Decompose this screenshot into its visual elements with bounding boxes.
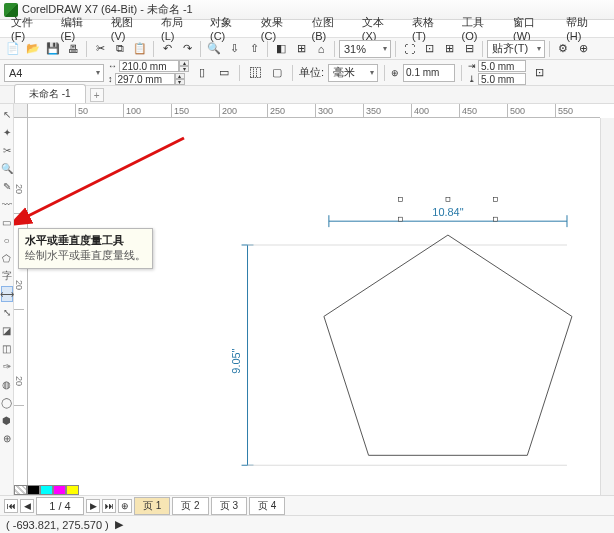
zoom-tool-icon[interactable]: 🔍 xyxy=(1,160,13,176)
connector-tool-icon[interactable]: ⤡ xyxy=(1,304,13,320)
menu-file[interactable]: 文件(F) xyxy=(4,15,54,42)
spinner-down-icon[interactable]: ▾ xyxy=(179,66,189,72)
svg-rect-3 xyxy=(398,197,402,201)
page-tab-1[interactable]: 页 1 xyxy=(134,497,170,515)
pentagon-shape xyxy=(324,235,572,455)
redo-icon[interactable]: ↷ xyxy=(178,40,196,58)
smart-fill-icon[interactable]: ⬢ xyxy=(1,412,13,428)
menu-bitmaps[interactable]: 位图(B) xyxy=(305,15,355,42)
tooltip-description: 绘制水平或垂直度量线。 xyxy=(25,248,146,263)
paper-size-dropdown[interactable]: A4 xyxy=(4,64,104,82)
page-width-input[interactable]: 210.0 mm xyxy=(119,60,179,72)
add-page-button[interactable]: ⊕ xyxy=(118,499,132,513)
rectangle-tool-icon[interactable]: ▭ xyxy=(1,214,13,230)
outline-tool-icon[interactable]: ◯ xyxy=(1,394,13,410)
menu-text[interactable]: 文本(X) xyxy=(355,15,405,42)
artistic-media-icon[interactable]: 〰 xyxy=(1,196,13,212)
crop-tool-icon[interactable]: ✂ xyxy=(1,142,13,158)
units-label: 单位: xyxy=(299,65,324,80)
copy-icon[interactable]: ⧉ xyxy=(111,40,129,58)
svg-rect-7 xyxy=(494,217,498,221)
treat-as-filled-icon[interactable]: ⊡ xyxy=(530,64,548,82)
dim-h-text: 10.84" xyxy=(432,206,463,218)
no-color-swatch[interactable] xyxy=(14,485,27,495)
menu-effects[interactable]: 效果(C) xyxy=(254,15,305,42)
open-icon[interactable]: 📂 xyxy=(24,40,42,58)
prev-page-button[interactable]: ◀ xyxy=(20,499,34,513)
help-icon[interactable]: ⊕ xyxy=(574,40,592,58)
transparency-icon[interactable]: ◫ xyxy=(1,340,13,356)
current-page-icon[interactable]: ▢ xyxy=(268,64,286,82)
color-swatch[interactable] xyxy=(66,485,79,495)
page-counter[interactable]: 1 / 4 xyxy=(36,497,84,515)
app-launcher-icon[interactable]: ⊞ xyxy=(292,40,310,58)
page-tab-2[interactable]: 页 2 xyxy=(172,497,208,515)
portrait-icon[interactable]: ▯ xyxy=(193,64,211,82)
first-page-button[interactable]: ⏮ xyxy=(4,499,18,513)
polygon-tool-icon[interactable]: ⬠ xyxy=(1,250,13,266)
quick-customize-icon[interactable]: ⊕ xyxy=(1,430,13,446)
fullscreen-icon[interactable]: ⛶ xyxy=(400,40,418,58)
menu-object[interactable]: 对象(C) xyxy=(203,15,254,42)
menu-help[interactable]: 帮助(H) xyxy=(559,15,610,42)
eyedropper-icon[interactable]: ✑ xyxy=(1,358,13,374)
dup-x-input[interactable]: 5.0 mm xyxy=(478,60,526,72)
paste-icon[interactable]: 📋 xyxy=(131,40,149,58)
import-icon[interactable]: ⇩ xyxy=(225,40,243,58)
search-icon[interactable]: 🔍 xyxy=(205,40,223,58)
menu-edit[interactable]: 编辑(E) xyxy=(54,15,104,42)
cut-icon[interactable]: ✂ xyxy=(91,40,109,58)
next-page-button[interactable]: ▶ xyxy=(86,499,100,513)
nudge-icon: ⊕ xyxy=(391,68,399,78)
print-icon[interactable]: 🖶 xyxy=(64,40,82,58)
menu-window[interactable]: 窗口(W) xyxy=(506,15,559,42)
guides-icon[interactable]: ⊟ xyxy=(460,40,478,58)
fill-tool-icon[interactable]: ◍ xyxy=(1,376,13,392)
spinner-down-icon[interactable]: ▾ xyxy=(175,79,185,85)
page-height-input[interactable]: 297.0 mm xyxy=(115,73,175,85)
pick-tool-icon[interactable]: ↖ xyxy=(1,106,13,122)
add-doc-tab[interactable]: + xyxy=(90,88,104,102)
grid-icon[interactable]: ⊞ xyxy=(440,40,458,58)
snap-to-dropdown[interactable]: 贴齐(T) xyxy=(487,40,545,58)
last-page-button[interactable]: ⏭ xyxy=(102,499,116,513)
menu-layout[interactable]: 布局(L) xyxy=(154,15,203,42)
toolbox: ↖ ✦ ✂ 🔍 ✎ 〰 ▭ ○ ⬠ 字 ⟷ ⤡ ◪ ◫ ✑ ◍ ◯ ⬢ ⊕ xyxy=(0,104,14,495)
ruler-origin[interactable] xyxy=(14,104,28,118)
drawing-canvas[interactable]: 10.84" 9.05" xyxy=(28,118,600,495)
vertical-scrollbar[interactable] xyxy=(600,118,614,495)
welcome-icon[interactable]: ⌂ xyxy=(312,40,330,58)
freehand-tool-icon[interactable]: ✎ xyxy=(1,178,13,194)
rulers-icon[interactable]: ⊡ xyxy=(420,40,438,58)
doc-tab-active[interactable]: 未命名 -1 xyxy=(14,84,86,103)
save-icon[interactable]: 💾 xyxy=(44,40,62,58)
color-swatch[interactable] xyxy=(40,485,53,495)
new-icon[interactable]: 📄 xyxy=(4,40,22,58)
text-tool-icon[interactable]: 字 xyxy=(1,268,13,284)
zoom-level-input[interactable]: 31% xyxy=(339,40,391,58)
export-icon[interactable]: ⇧ xyxy=(245,40,263,58)
height-icon: ↕ xyxy=(108,74,113,84)
dimension-tool-icon[interactable]: ⟷ xyxy=(1,286,13,302)
shape-tool-icon[interactable]: ✦ xyxy=(1,124,13,140)
menu-view[interactable]: 视图(V) xyxy=(104,15,154,42)
vertical-ruler[interactable]: 20 20 20 xyxy=(14,118,28,495)
units-dropdown[interactable]: 毫米 xyxy=(328,64,378,82)
nudge-distance-input[interactable]: 0.1 mm xyxy=(403,64,455,82)
property-bar: A4 ↔210.0 mm▴▾ ↕297.0 mm▴▾ ▯ ▭ ⿲ ▢ 单位: 毫… xyxy=(0,60,614,86)
menu-tools[interactable]: 工具(O) xyxy=(455,15,506,42)
dup-y-input[interactable]: 5.0 mm xyxy=(478,73,526,85)
horizontal-ruler[interactable]: 50 100150 200250 300350 400450 500550 xyxy=(28,104,600,118)
undo-icon[interactable]: ↶ xyxy=(158,40,176,58)
page-tab-3[interactable]: 页 3 xyxy=(211,497,247,515)
ellipse-tool-icon[interactable]: ○ xyxy=(1,232,13,248)
color-swatch[interactable] xyxy=(53,485,66,495)
publish-icon[interactable]: ◧ xyxy=(272,40,290,58)
landscape-icon[interactable]: ▭ xyxy=(215,64,233,82)
options-icon[interactable]: ⚙ xyxy=(554,40,572,58)
menu-table[interactable]: 表格(T) xyxy=(405,15,455,42)
drop-shadow-icon[interactable]: ◪ xyxy=(1,322,13,338)
all-pages-icon[interactable]: ⿲ xyxy=(246,64,264,82)
page-tab-4[interactable]: 页 4 xyxy=(249,497,285,515)
color-swatch[interactable] xyxy=(27,485,40,495)
